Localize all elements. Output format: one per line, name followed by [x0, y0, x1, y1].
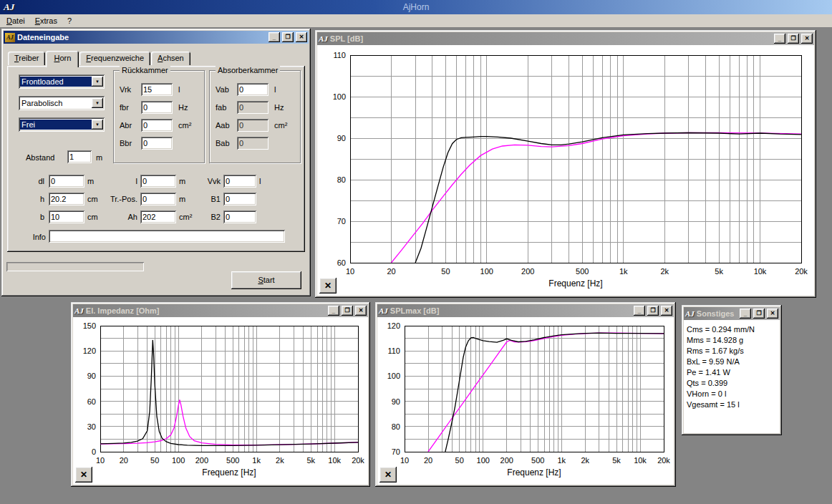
svg-text:120: 120: [387, 321, 400, 330]
maximize-button[interactable]: ❐: [282, 32, 294, 42]
svg-text:100: 100: [333, 92, 346, 101]
maximize-button[interactable]: ❐: [788, 34, 799, 44]
minimize-button[interactable]: _: [269, 32, 280, 42]
horn-mouth-value: Frei: [20, 120, 92, 130]
vvk-input[interactable]: [223, 175, 256, 188]
svg-text:60: 60: [87, 397, 96, 406]
vvk-unit: l: [259, 177, 261, 186]
svg-text:100: 100: [172, 456, 185, 465]
info-input[interactable]: [49, 230, 285, 243]
tab-horn[interactable]: Horn: [46, 51, 79, 67]
tab-achsen-label: Achsen: [158, 54, 184, 62]
splmax-chart: 1020501002005001k2k5k10k20k7080901001101…: [377, 317, 674, 485]
dateneingabe-titlebar[interactable]: AJ Dateneingabe _ ❐ ✕: [4, 31, 309, 44]
abr-label: Abr: [120, 121, 132, 130]
abstand-input[interactable]: [67, 150, 92, 163]
menu-extras[interactable]: Extras: [30, 15, 62, 26]
b-input[interactable]: [49, 210, 84, 223]
horn-type-combo[interactable]: Frontloaded ▼: [19, 74, 105, 89]
trpos-input[interactable]: [140, 193, 176, 205]
close-button[interactable]: ✕: [296, 32, 307, 42]
splmax-title: SPLmax [dB]: [390, 306, 632, 315]
aab-unit: cm²: [274, 121, 287, 130]
svg-text:200: 200: [500, 456, 513, 465]
ah-unit: cm²: [179, 213, 192, 222]
vab-label: Vab: [216, 85, 229, 94]
maximize-button[interactable]: ❐: [647, 306, 659, 316]
abr-input[interactable]: [141, 119, 173, 132]
b2-input[interactable]: [223, 210, 256, 223]
chevron-down-icon[interactable]: ▼: [92, 120, 103, 130]
ah-input[interactable]: [140, 210, 176, 223]
horn-mouth-combo[interactable]: Frei ▼: [19, 117, 105, 132]
svg-text:110: 110: [333, 51, 346, 59]
maximize-button[interactable]: ❐: [342, 306, 353, 316]
main-titlebar[interactable]: AJ AjHorn: [0, 0, 832, 14]
vrk-input[interactable]: [141, 83, 173, 96]
fbr-unit: Hz: [178, 103, 188, 112]
dateneingabe-title: Dateneingabe: [17, 33, 266, 42]
menu-help[interactable]: ?: [62, 15, 77, 26]
abstand-unit: m: [96, 153, 102, 163]
impedance-titlebar[interactable]: AJ El. Impedanz [Ohm] _ ❐ ✕: [73, 304, 368, 317]
close-button[interactable]: ✕: [355, 306, 367, 316]
tab-achsen[interactable]: Achsen: [151, 52, 190, 65]
spl-title: SPL [dB]: [330, 34, 772, 43]
svg-text:1k: 1k: [557, 456, 566, 465]
splmax-close-chart-button[interactable]: ✕: [379, 467, 397, 483]
parameter-line: Vgesamt = 15 l: [687, 399, 777, 410]
h-input[interactable]: [49, 193, 84, 205]
svg-text:500: 500: [576, 267, 589, 276]
impedance-close-chart-button[interactable]: ✕: [75, 467, 92, 483]
window-icon: AJ: [685, 309, 695, 318]
parameter-line: Qts = 0.399: [687, 378, 777, 389]
b1-input[interactable]: [223, 193, 256, 205]
svg-text:100: 100: [480, 267, 493, 276]
spl-close-chart-button[interactable]: ✕: [319, 278, 337, 294]
impedance-window: AJ El. Impedanz [Ohm] _ ❐ ✕ 102050100200…: [71, 302, 370, 487]
sonstiges-titlebar[interactable]: AJ Sonstiges _ ❐ ✕: [684, 307, 780, 320]
impedance-title: El. Impedanz [Ohm]: [86, 306, 326, 315]
maximize-button[interactable]: ❐: [753, 309, 765, 319]
bbr-input[interactable]: [141, 137, 173, 150]
spl-titlebar[interactable]: AJ SPL [dB] _ ❐ ✕: [317, 32, 814, 45]
chevron-down-icon[interactable]: ▼: [92, 77, 103, 87]
splmax-titlebar[interactable]: AJ SPLmax [dB] _ ❐ ✕: [377, 304, 674, 317]
menu-bar: Datei Extras ?: [0, 14, 832, 28]
rueckkammer-title: Rückkammer: [120, 66, 170, 74]
fbr-input[interactable]: [141, 101, 173, 114]
minimize-button[interactable]: _: [774, 34, 785, 44]
tab-horn-label: Horn: [54, 54, 71, 62]
menu-datei[interactable]: Datei: [1, 15, 30, 26]
minimize-button[interactable]: _: [328, 306, 339, 316]
impedanz-plot: 1020501002005001k2k5k10k20k0306090120150…: [73, 317, 368, 485]
horn-contour-value: Parabolisch: [20, 98, 92, 108]
tab-treiber[interactable]: Treiber: [8, 52, 45, 65]
close-button[interactable]: ✕: [801, 34, 813, 44]
minimize-button[interactable]: _: [740, 309, 751, 319]
ah-label: Ah: [103, 213, 137, 222]
svg-text:100: 100: [477, 456, 490, 465]
dateneingabe-window: AJ Dateneingabe _ ❐ ✕ Treiber Horn Frequ…: [1, 29, 311, 296]
start-button[interactable]: Start: [231, 271, 301, 289]
svg-text:20: 20: [387, 267, 395, 276]
l-input[interactable]: [140, 175, 176, 188]
vab-input[interactable]: [237, 83, 269, 96]
svg-text:1k: 1k: [619, 267, 628, 276]
dl-input[interactable]: [49, 175, 84, 188]
svg-text:5k: 5k: [612, 456, 621, 465]
chevron-down-icon[interactable]: ▼: [92, 98, 103, 108]
close-button[interactable]: ✕: [767, 309, 778, 319]
l-label: l: [103, 177, 137, 186]
tab-frequenzweiche[interactable]: Frequenzweiche: [79, 52, 150, 65]
close-button[interactable]: ✕: [661, 306, 672, 316]
minimize-button[interactable]: _: [634, 306, 645, 316]
parameter-line: Pe = 1.41 W: [687, 367, 777, 378]
fbr-label: fbr: [120, 103, 129, 112]
splmax-window: AJ SPLmax [dB] _ ❐ ✕ 1020501002005001k2k…: [375, 302, 676, 487]
window-icon: AJ: [74, 306, 84, 315]
svg-text:60: 60: [337, 258, 346, 267]
horn-contour-combo[interactable]: Parabolisch ▼: [19, 96, 105, 110]
tab-frequenzweiche-label: Frequenzweiche: [86, 54, 144, 62]
h-label: h: [13, 195, 44, 204]
